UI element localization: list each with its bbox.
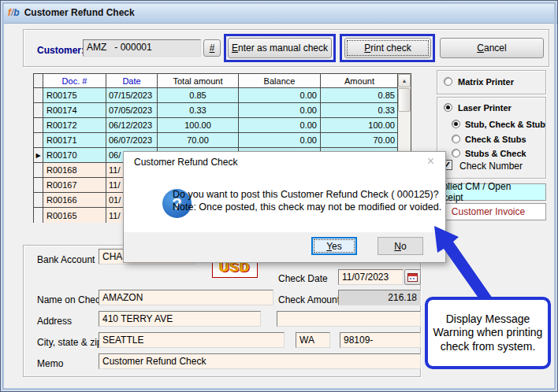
dialog-close-icon[interactable]: × [427, 155, 434, 168]
post-confirmation-dialog: Customer Refund Check × ? Do you want to… [123, 151, 446, 263]
customer-invoice-button[interactable]: Customer Invoice [430, 203, 546, 220]
scrollbar-thumb[interactable] [398, 88, 411, 112]
stubs-check-label: Stubs & Check [465, 149, 526, 158]
stub-check-stub-radio[interactable] [452, 120, 460, 128]
scroll-up-icon[interactable]: ▲ [398, 74, 411, 87]
stubs-check-radio[interactable] [452, 149, 460, 157]
address2-field[interactable] [277, 311, 421, 327]
calendar-icon [407, 273, 418, 282]
dialog-title: Customer Refund Check [134, 157, 237, 168]
title-bar[interactable]: f/b Customer Refund Check [2, 2, 558, 24]
customer-field[interactable]: AMZ - 000001 [83, 39, 201, 57]
row-indicator-header [34, 74, 43, 87]
address-label: Address [37, 316, 72, 327]
window-title: Customer Refund Check [24, 7, 135, 18]
selected-row-marker: ▶ [34, 148, 43, 162]
name-on-check-field[interactable]: AMAZON [99, 290, 273, 305]
check-amount-field: 216.18 [338, 290, 421, 305]
dialog-footer: Yes No [124, 232, 445, 262]
col-header-total[interactable]: Total amount [158, 74, 239, 87]
calendar-button[interactable] [404, 269, 421, 285]
col-header-doc[interactable]: Doc. # [43, 74, 106, 87]
bank-account-label: Bank Account [37, 254, 95, 265]
name-on-check-label: Name on Check [37, 294, 105, 305]
col-header-amount[interactable]: Amount [321, 74, 398, 87]
dialog-message-line1: Do you want to post this Customer Refund… [173, 189, 439, 200]
check-number-label: Check Number [459, 161, 523, 172]
col-header-balance[interactable]: Balance [239, 74, 321, 87]
laser-printer-radio[interactable] [444, 103, 452, 112]
applied-cm-button[interactable]: Applied CM / Open Receipt [430, 183, 546, 201]
check-stubs-radio[interactable] [452, 135, 460, 143]
check-date-label: Check Date [278, 273, 328, 284]
matrix-printer-radio[interactable] [444, 77, 452, 86]
cancel-button[interactable]: Cancel [440, 38, 544, 58]
table-header-row: Doc. # Date Total amount Balance Amount [34, 74, 411, 88]
check-stubs-label: Check & Stubs [465, 135, 526, 144]
no-button[interactable]: No [378, 237, 423, 255]
memo-label: Memo [37, 358, 63, 369]
memo-field[interactable]: Customer Refund Check [99, 353, 421, 369]
table-row[interactable]: R00172 06/12/2023 100.00 0.00 100.00 [34, 118, 411, 133]
state-field[interactable]: WA [296, 332, 330, 348]
address-field[interactable]: 410 TERRY AVE [99, 311, 261, 327]
table-row[interactable]: R00171 06/07/2023 70.00 0.00 70.00 [34, 133, 411, 148]
table-row[interactable]: R00174 07/05/2023 0.33 0.00 0.33 [34, 103, 411, 118]
dialog-message-line2: Note: Once posted, this check may not be… [173, 202, 441, 213]
col-header-date[interactable]: Date [106, 74, 158, 87]
zip-field[interactable]: 98109- [340, 332, 421, 348]
yes-button[interactable]: Yes [311, 237, 357, 255]
app-logo-icon: f/b [8, 7, 20, 18]
table-row[interactable]: R00175 07/15/2023 0.85 0.00 0.85 [34, 88, 411, 103]
city-field[interactable]: SEATTLE [99, 332, 285, 348]
check-amount-label: Check Amount [278, 294, 340, 305]
city-state-zip-label: City, state & zip [37, 337, 102, 348]
matrix-printer-label: Matrix Printer [458, 77, 514, 87]
annotation-callout: Display Message Warning when printing ch… [425, 297, 551, 369]
print-check-button[interactable]: Print check [344, 38, 431, 58]
customer-lookup-button[interactable]: # [203, 39, 221, 57]
check-date-field[interactable]: 11/07/2023 [338, 269, 404, 285]
customer-refund-check-window: f/b Customer Refund Check ✕ Customer: AM… [0, 0, 558, 392]
customer-label: Customer: [37, 45, 84, 56]
stub-check-stub-label: Stub, Check & Stub [465, 120, 545, 129]
laser-printer-label: Laser Printer [458, 103, 512, 113]
enter-manual-check-button[interactable]: Enter as manual check [228, 38, 332, 58]
